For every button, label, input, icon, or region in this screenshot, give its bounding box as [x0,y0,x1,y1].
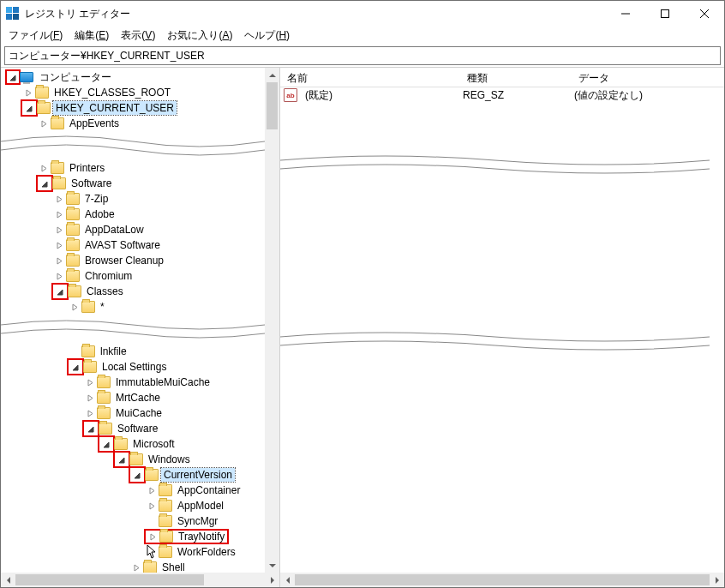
column-data[interactable]: データ [572,68,724,87]
expander-icon[interactable] [52,192,66,206]
expander-icon[interactable] [145,483,159,497]
expander-icon[interactable] [146,530,159,543]
tree-label: Microsoft [130,437,177,451]
scroll-left-icon[interactable] [280,573,295,587]
registry-tree[interactable]: コンピューター HKEY_CLASSES_ROOT HKEY_CURRENT_U… [1,68,265,573]
menu-view[interactable]: 表示(V) [115,27,161,45]
tree-item-lnkfile[interactable]: lnkfile [1,344,265,359]
expander-icon[interactable] [83,375,97,389]
tree-label: Classes [84,285,126,298]
folder-icon [37,102,51,114]
tree-item-workfolders[interactable]: WorkFolders [1,544,265,560]
tree-item-adobe[interactable]: Adobe [1,207,265,222]
expander-icon[interactable] [130,468,144,482]
tree-label: 7-Zip [82,192,111,206]
menu-favorites[interactable]: お気に入り(A) [161,27,238,45]
tree-item-appmodel[interactable]: AppModel [1,498,265,513]
scroll-left-icon[interactable] [1,573,15,587]
expander-icon[interactable] [52,254,66,267]
tree-item-traynotify[interactable]: TrayNotify [1,529,265,544]
menu-help[interactable]: ヘルプ(H) [238,27,296,45]
expander-icon[interactable] [22,101,36,115]
tree-label: Printers [67,161,107,175]
tree-item-appcontainer[interactable]: AppContainer [1,483,265,498]
tree-item-software[interactable]: Software [1,176,265,191]
close-button[interactable] [685,1,724,27]
scroll-right-icon[interactable] [710,573,724,587]
value-name: (既定) [302,88,459,103]
expander-icon[interactable] [37,161,51,175]
expander-icon[interactable] [52,207,66,221]
minimize-button[interactable] [606,1,645,27]
tree-item-appdatalow[interactable]: AppDataLow [1,222,265,237]
expander-icon[interactable] [83,391,97,405]
column-name[interactable]: 名前 [280,68,460,87]
tree-item-7zip[interactable]: 7-Zip [1,191,265,207]
expander-icon[interactable] [83,406,97,420]
elision-wave [280,328,710,354]
expander-icon[interactable] [145,499,159,513]
list-horizontal-scrollbar[interactable] [280,573,724,587]
folder-icon [52,177,66,189]
scroll-thumb[interactable] [267,82,278,129]
folder-icon [114,438,128,450]
expander-icon[interactable] [37,117,51,130]
tree-item-classes[interactable]: Classes [1,284,265,299]
expander-icon[interactable] [129,561,143,573]
expander-icon[interactable] [52,238,66,252]
tree-item-computer[interactable]: コンピューター [1,69,265,85]
scroll-thumb[interactable] [295,574,710,585]
tree-label: Shell [159,561,188,573]
elision-wave [1,133,265,159]
tree-horizontal-scrollbar[interactable] [1,573,279,587]
expander-icon[interactable] [53,285,67,298]
expander-icon[interactable] [52,223,66,237]
tree-item-hkcr[interactable]: HKEY_CLASSES_ROOT [1,85,265,100]
tree-pane: コンピューター HKEY_CLASSES_ROOT HKEY_CURRENT_U… [1,68,280,587]
tree-item-chromium[interactable]: Chromium [1,268,265,284]
tree-item-shell[interactable]: Shell [1,560,265,573]
scroll-up-icon[interactable] [265,68,279,82]
tree-item-hkcu[interactable]: HKEY_CURRENT_USER [1,100,265,116]
folder-icon [97,392,111,404]
tree-item-browsercleanup[interactable]: Browser Cleanup [1,253,265,268]
tree-item-printers[interactable]: Printers [1,160,265,176]
expander-icon[interactable] [115,453,129,466]
expander-icon[interactable] [99,437,113,451]
list-body[interactable]: ab (既定) REG_SZ (値の設定なし) [280,87,710,573]
scroll-right-icon[interactable] [265,573,279,587]
tree-item-windows[interactable]: Windows [1,452,265,467]
tree-item-star[interactable]: * [1,299,265,315]
tree-item-immutable[interactable]: ImmutableMuiCache [1,375,265,390]
address-bar[interactable]: コンピューター¥HKEY_CURRENT_USER [4,46,721,65]
folder-icon [97,376,111,388]
folder-icon [66,239,80,251]
expander-icon[interactable] [21,86,35,99]
expander-icon[interactable] [52,269,66,283]
tree-item-currentversion[interactable]: CurrentVersion [1,467,265,483]
tree-item-muicache[interactable]: MuiCache [1,405,265,421]
expander-icon[interactable] [6,70,20,84]
scroll-thumb[interactable] [15,574,204,585]
tree-item-avast[interactable]: AVAST Software [1,237,265,253]
tree-vertical-scrollbar[interactable] [265,68,279,573]
menu-file[interactable]: ファイル(F) [3,27,69,45]
expander-icon[interactable] [84,422,98,435]
address-text: コンピューター¥HKEY_CURRENT_USER [9,49,205,63]
expander-icon[interactable] [38,177,51,190]
maximize-button[interactable] [645,1,685,27]
expander-icon[interactable] [68,300,81,314]
tree-item-appevents[interactable]: AppEvents [1,116,265,131]
column-type[interactable]: 種類 [460,68,572,87]
tree-label: MuiCache [113,406,165,420]
titlebar[interactable]: レジストリ エディター [1,1,724,27]
tree-item-syncmgr[interactable]: SyncMgr [1,513,265,529]
tree-item-mrtcache[interactable]: MrtCache [1,390,265,405]
tree-item-software2[interactable]: Software [1,421,265,436]
value-row[interactable]: ab (既定) REG_SZ (値の設定なし) [280,87,710,103]
tree-item-localsettings[interactable]: Local Settings [1,359,265,375]
expander-icon[interactable] [69,360,82,374]
tree-item-microsoft[interactable]: Microsoft [1,436,265,452]
scroll-down-icon[interactable] [265,558,279,573]
menu-edit[interactable]: 編集(E) [69,27,115,45]
